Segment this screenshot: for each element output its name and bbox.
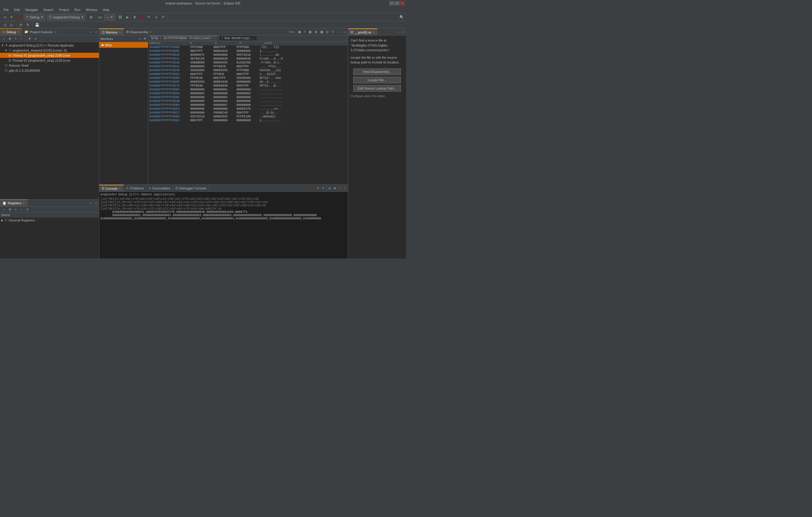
menu-help[interactable]: Help: [100, 7, 112, 12]
toolbar-step-over-btn[interactable]: ↷: [146, 14, 152, 21]
edit-source-lookup-button[interactable]: Edit Source Lookup Path...: [353, 85, 401, 92]
tab-debug[interactable]: ✦ Debug ✕: [0, 28, 22, 35]
rendering-tab-close[interactable]: ✕: [214, 37, 215, 40]
debug-tab-close[interactable]: ✕: [17, 31, 19, 33]
right-min-btn[interactable]: ─: [396, 30, 400, 34]
debug-target-dropdown[interactable]: ⬡ angbandv4 Debug ▼: [48, 14, 85, 20]
reg-toolbar-btn4[interactable]: −: [19, 207, 24, 212]
toolbar-stop-btn[interactable]: ■: [16, 14, 22, 21]
monitor-rbp[interactable]: ▶ $rbp: [99, 42, 148, 48]
toolbar2-forward[interactable]: ▷: [8, 22, 15, 28]
console-btn3[interactable]: ✕: [321, 186, 325, 191]
tab-debugger-console[interactable]: ⊡ Debugger Console: [173, 185, 209, 192]
tab-registers[interactable]: 📋 Registers ✕: [0, 200, 28, 206]
toolbar2-back[interactable]: ◁: [1, 22, 8, 28]
tree-toolbar-btn5[interactable]: ▼: [27, 36, 32, 41]
tree-item-thread1[interactable]: ◎ Thread #1 [angbandv4_strip] 2105 [core: [0, 53, 99, 58]
toolbar-run-btn[interactable]: ▶: [124, 14, 131, 21]
maximize-button[interactable]: □: [395, 1, 400, 5]
tree-item-thread2[interactable]: ◎ Thread #2 [angbandv4_strip] 2126 [core: [0, 58, 99, 63]
toolbar2-save[interactable]: 💾: [34, 22, 40, 28]
reg-max-btn[interactable]: □: [94, 201, 98, 205]
toolbar-back-btn[interactable]: ◁: [1, 14, 8, 21]
registers-close[interactable]: ✕: [23, 202, 25, 205]
window-controls[interactable]: ─ □ ✕: [389, 1, 405, 5]
tree-item-remote-shell[interactable]: ⬡ Remote Shell: [0, 63, 99, 68]
menu-window[interactable]: Window: [83, 7, 99, 12]
tree-item-process[interactable]: ▼ ⬡ angbandv4_stripped [2105] [cores: 0]: [0, 48, 99, 53]
tree-toolbar-btn1[interactable]: ↕: [1, 36, 6, 41]
tab-console[interactable]: ⊡ Console ✕: [99, 185, 123, 192]
console-content[interactable]: angbandv4 Debug [C/C++ Remote Applicatio…: [99, 192, 348, 258]
toolbar-pause-btn[interactable]: ⏸: [131, 14, 138, 21]
mem-toolbar-btn1[interactable]: ◨: [296, 29, 302, 35]
toolbar-search-btn[interactable]: 🔍: [398, 14, 405, 21]
tree-item-root[interactable]: ▼ ✦ angbandv4 Debug [C/C++ Remote Applic…: [0, 43, 99, 48]
console-min-btn[interactable]: ─: [338, 186, 342, 191]
view-disassembly-button[interactable]: View Disassembly...: [353, 68, 401, 75]
menu-navigate[interactable]: Navigate: [23, 7, 40, 12]
console-btn2[interactable]: ✕: [316, 186, 320, 191]
menu-run[interactable]: Run: [72, 7, 83, 12]
toolbar-bug-btn[interactable]: ✦: [8, 14, 15, 21]
printf-close[interactable]: ✕: [372, 31, 375, 34]
on-value-dropdown[interactable]: — ▼: [104, 14, 114, 20]
menu-edit[interactable]: Edit: [12, 7, 22, 12]
mem-toolbar-btn4[interactable]: ⊞: [313, 29, 319, 35]
reg-toolbar-btn3[interactable]: +: [13, 207, 18, 212]
console-copy-btn[interactable]: ⊡: [327, 186, 332, 191]
tree-toolbar-btn3[interactable]: +: [13, 36, 18, 41]
console-close[interactable]: ✕: [119, 187, 121, 190]
tree-toolbar-btn6[interactable]: ≡: [33, 36, 38, 41]
reg-toolbar-btn5[interactable]: ≡: [25, 207, 30, 212]
toolbar2-redo[interactable]: ↻: [25, 22, 31, 28]
mem-toolbar-btn5[interactable]: ▦: [319, 29, 324, 35]
menu-search[interactable]: Search: [41, 7, 56, 12]
reg-toolbar-btn1[interactable]: ↕: [1, 207, 6, 212]
console-paste-btn[interactable]: ⊞: [332, 186, 337, 191]
mem-toolbar-btn2[interactable]: +: [302, 29, 307, 35]
tree-toolbar-btn2[interactable]: ⚙: [7, 36, 12, 41]
tab-memory[interactable]: ◫ Memory ✕: [99, 28, 124, 35]
tree-item-gdb[interactable]: ⬡ gdb (8.1.0.20180409): [0, 68, 99, 73]
memory-table[interactable]: $rbp : 0x7FFFFFFDD00 <Traditional> ✕ + N…: [148, 35, 348, 184]
mem-toolbar-btn7[interactable]: ▽: [330, 29, 336, 35]
add-monitor-btn[interactable]: +: [138, 37, 142, 41]
console-max-btn[interactable]: □: [343, 186, 347, 191]
project-explorer-close[interactable]: ✕: [54, 31, 57, 33]
mem-toolbar-btn3[interactable]: ◧: [308, 29, 313, 35]
remove-monitor-btn[interactable]: ✕: [143, 37, 147, 41]
close-button[interactable]: ✕: [400, 1, 405, 5]
tab-printf[interactable]: ⊡ __printf() at ✕: [348, 28, 377, 35]
tab-problems[interactable]: ⚠ Problems: [123, 185, 146, 192]
toolbar-settings-btn[interactable]: ⚙: [88, 14, 94, 21]
console-stop-btn[interactable]: ■: [311, 186, 315, 191]
tab-executables[interactable]: ▷ Executables: [147, 185, 173, 192]
rendering-tab-active[interactable]: $rbp : 0x7FFFFFFDD00 <Traditional> ✕: [149, 36, 217, 41]
toolbar-connect-btn[interactable]: ⛓: [117, 14, 123, 21]
tree-toolbar-btn4[interactable]: −: [19, 36, 24, 41]
menu-project[interactable]: Project: [57, 7, 71, 12]
menu-file[interactable]: File: [1, 7, 11, 12]
disassembly-close[interactable]: ✕: [150, 31, 152, 33]
minimize-button[interactable]: ─: [389, 1, 394, 5]
toolbar2-undo[interactable]: ↺: [18, 22, 24, 28]
debug-config-dropdown[interactable]: ✦ Debug ▼: [25, 14, 45, 20]
toolbar-step-out-btn[interactable]: ↱: [160, 14, 166, 21]
locate-file-button[interactable]: Locate File...: [353, 77, 401, 83]
tab-project-explorer[interactable]: 📁 Project Explorer ✕: [22, 28, 59, 35]
reg-min-btn[interactable]: ─: [89, 201, 93, 205]
new-renderings-btn[interactable]: + New Renderings...: [220, 36, 256, 41]
mem-max-btn[interactable]: □: [343, 30, 347, 34]
mem-01019-btn[interactable]: 0101: [287, 29, 296, 35]
toolbar-terminate-btn[interactable]: ■: [138, 14, 145, 21]
reg-toolbar-btn2[interactable]: ⚙: [7, 207, 12, 212]
maximize-panel-btn[interactable]: □: [94, 30, 98, 34]
tab-disassembly[interactable]: ⊞ Disassembly ✕: [124, 28, 155, 35]
reg-general-registers[interactable]: ▶ ⬡ General Registers: [0, 218, 99, 223]
mem-min-btn[interactable]: ─: [338, 30, 342, 34]
toolbar-step-into-btn[interactable]: ↴: [153, 14, 159, 21]
memory-close[interactable]: ✕: [119, 31, 121, 34]
right-max-btn[interactable]: □: [401, 30, 405, 34]
minimize-panel-btn[interactable]: ─: [89, 30, 93, 34]
